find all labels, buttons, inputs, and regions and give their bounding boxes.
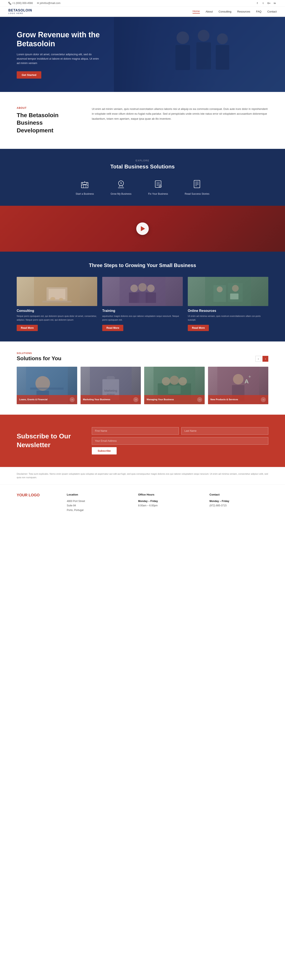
products-arrow-icon: → xyxy=(261,397,266,402)
nav-home[interactable]: Home xyxy=(193,10,200,14)
solution-fix-business[interactable]: ⚙ Fix Your Business xyxy=(148,178,168,195)
footer-location-title: Location xyxy=(67,493,126,496)
step-consulting: Consulting Neque porro quisquam est, qui… xyxy=(17,277,97,331)
online-resources-read-more-button[interactable]: Read More xyxy=(188,325,209,331)
twitter-icon[interactable]: t xyxy=(261,1,265,5)
training-read-more-button[interactable]: Read More xyxy=(102,325,123,331)
svg-rect-43 xyxy=(230,294,239,299)
about-title: The Betasoloin Business Development xyxy=(17,111,79,134)
online-resources-title: Online Resources xyxy=(188,309,268,313)
first-name-input[interactable] xyxy=(92,427,179,435)
success-stories-icon xyxy=(191,178,203,190)
svg-point-56 xyxy=(170,375,179,385)
top-bar-left: 📞 +1 (000) 000-4566 ✉ johnfox@mail.com xyxy=(8,2,61,5)
explore-label: Explore xyxy=(17,159,268,162)
hero-title: Grow Revenue with the Betasoloin xyxy=(17,30,100,48)
solution-card-managing[interactable]: Managing Your Business → xyxy=(144,367,205,404)
newsletter-title: Subscribe to Our Newsletter xyxy=(17,432,75,449)
svg-rect-37 xyxy=(146,293,156,303)
products-label: New Products & Services xyxy=(210,398,238,401)
about-body: Ut enim ad minim veniam, quis nostrud ex… xyxy=(92,107,268,121)
get-started-button[interactable]: Get Started xyxy=(17,71,41,79)
top-bar-social: f t G+ in xyxy=(255,1,277,5)
solution-success-stories[interactable]: Read Success Stories xyxy=(185,178,209,195)
svg-point-41 xyxy=(217,286,223,292)
svg-text:+: + xyxy=(248,374,251,379)
hero-section: Grow Revenue with the Betasoloin Lorem i… xyxy=(0,17,285,92)
nav-faq[interactable]: FAQ xyxy=(256,10,261,13)
header: BETASOLOIN LOGO HERE Home About Consulti… xyxy=(0,6,285,17)
about-left: About The Betasoloin Business Developmen… xyxy=(17,107,79,134)
svg-point-30 xyxy=(59,298,63,301)
marketing-card-overlay: Marketing Your Business → xyxy=(81,395,141,404)
email-info: ✉ johnfox@mail.com xyxy=(37,2,60,5)
video-section xyxy=(0,206,285,251)
solution-card-loans[interactable]: Loans, Grants & Financial → xyxy=(17,367,77,404)
solutions-for-you-section: Solutions Solutions for You ‹ › Loans, G… xyxy=(0,342,285,415)
disclaimer-section: Disclaimer: Tota sunt explicabo. Nemo en… xyxy=(0,467,285,484)
svg-rect-7 xyxy=(83,182,87,185)
googleplus-icon[interactable]: G+ xyxy=(267,1,271,5)
solution-start-business[interactable]: Start a Business xyxy=(76,178,94,195)
nav-resources[interactable]: Resources xyxy=(237,10,250,13)
loans-label: Loans, Grants & Financial xyxy=(19,398,48,401)
solution-card-products[interactable]: A + New Products & Services → xyxy=(208,367,269,404)
logo-sub: LOGO HERE xyxy=(8,12,32,14)
svg-point-29 xyxy=(50,297,55,301)
email-icon: ✉ xyxy=(37,2,39,5)
newsletter-form: Subscribe xyxy=(92,427,268,455)
marketing-label: Marketing Your Business xyxy=(83,398,110,401)
online-image xyxy=(188,277,268,306)
facebook-icon[interactable]: f xyxy=(255,1,259,5)
newsletter-section: Subscribe to Our Newsletter Subscribe xyxy=(0,415,285,467)
footer-contact-info: Monday – Friday (972) 885-3715 xyxy=(210,499,268,508)
solution-grow-business[interactable]: $ Grow My Business xyxy=(111,178,131,195)
three-steps-title: Three Steps to Growing Your Small Busine… xyxy=(17,262,268,269)
footer-logo-first: YOUR xyxy=(17,493,27,497)
managing-label: Managing Your Business xyxy=(146,398,174,401)
step-training: Training aquinuntur magni dolores eos qu… xyxy=(102,277,183,331)
nav-consulting[interactable]: Consulting xyxy=(219,10,231,13)
consulting-image xyxy=(17,277,97,306)
grow-business-icon: $ xyxy=(115,178,127,190)
footer-contact-title: Contact xyxy=(210,493,268,496)
email-address: johnfox@mail.com xyxy=(40,2,61,5)
email-input[interactable] xyxy=(92,437,268,445)
footer-location: Location 4800 Port StreetSuite 84Porto, … xyxy=(67,493,126,512)
last-name-input[interactable] xyxy=(181,427,268,435)
consulting-title: Consulting xyxy=(17,309,97,313)
svg-rect-52 xyxy=(107,376,115,380)
about-section: About The Betasoloin Business Developmen… xyxy=(0,92,285,149)
carousel-arrows: ‹ › xyxy=(255,356,268,362)
linkedin-icon[interactable]: in xyxy=(273,1,277,5)
start-business-label: Start a Business xyxy=(76,192,94,195)
grow-business-label: Grow My Business xyxy=(111,192,131,195)
managing-arrow-icon: → xyxy=(197,397,202,402)
solution-card-marketing[interactable]: Marketing strategy Marketing Your Busine… xyxy=(81,367,141,404)
svg-text:A: A xyxy=(244,378,248,385)
svg-text:⚙: ⚙ xyxy=(159,185,161,188)
name-row xyxy=(92,427,268,435)
step-online-resources: Online Resources Ut enim ad minima venia… xyxy=(188,277,268,331)
footer: YOUR LOGO Location 4800 Port StreetSuite… xyxy=(0,484,285,521)
steps-grid: Consulting Neque porro quisquam est, qui… xyxy=(17,277,268,331)
solutions-for-you-title: Solutions for You xyxy=(17,355,61,362)
products-card-overlay: New Products & Services → xyxy=(208,395,269,404)
footer-hours-title: Office Hours xyxy=(138,493,197,496)
footer-hours-time: 8:00am – 6:00pm xyxy=(138,504,158,507)
svg-point-57 xyxy=(178,377,187,385)
phone-info: 📞 +1 (000) 000-4566 xyxy=(8,2,33,5)
play-button[interactable] xyxy=(136,223,149,235)
main-nav: Home About Consulting Resources FAQ Cont… xyxy=(193,10,277,14)
play-triangle-icon xyxy=(141,226,145,231)
phone-icon: 📞 xyxy=(8,2,11,5)
consulting-read-more-button[interactable]: Read More xyxy=(17,325,38,331)
nav-contact[interactable]: Contact xyxy=(267,10,277,13)
hero-content: Grow Revenue with the Betasoloin Lorem i… xyxy=(0,18,117,91)
marketing-arrow-icon: → xyxy=(133,397,139,402)
nav-about[interactable]: About xyxy=(206,10,213,13)
prev-arrow-button[interactable]: ‹ xyxy=(255,356,261,362)
next-arrow-button[interactable]: › xyxy=(263,356,268,362)
svg-point-34 xyxy=(147,285,154,292)
subscribe-button[interactable]: Subscribe xyxy=(92,447,117,455)
